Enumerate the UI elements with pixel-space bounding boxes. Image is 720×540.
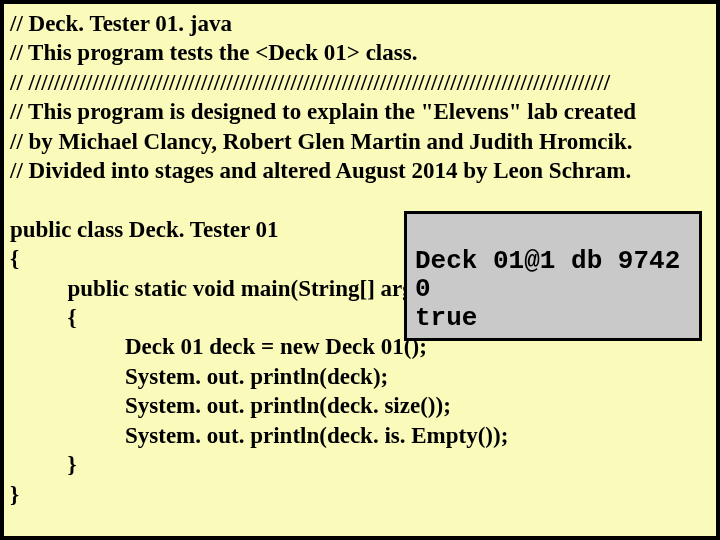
output-line-2: 0 <box>415 274 431 304</box>
statement-2: System. out. println(deck); <box>10 362 710 391</box>
comment-line-4: // This program is designed to explain t… <box>10 97 710 126</box>
output-line-1: Deck 01@1 db 9742 <box>415 246 680 276</box>
output-box: Deck 01@1 db 9742 0 true <box>404 211 702 341</box>
slide: // Deck. Tester 01. java // This program… <box>4 4 716 536</box>
brace-close-1: } <box>10 480 710 509</box>
comment-line-5: // by Michael Clancy, Robert Glen Martin… <box>10 127 710 156</box>
statement-3: System. out. println(deck. size()); <box>10 391 710 420</box>
brace-close-2: } <box>10 450 710 479</box>
comment-line-1: // Deck. Tester 01. java <box>10 9 710 38</box>
comment-line-2: // This program tests the <Deck 01> clas… <box>10 38 710 67</box>
comment-line-6: // Divided into stages and altered Augus… <box>10 156 710 185</box>
output-line-3: true <box>415 303 477 333</box>
statement-4: System. out. println(deck. is. Empty()); <box>10 421 710 450</box>
comment-line-3: // /////////////////////////////////////… <box>10 68 710 97</box>
